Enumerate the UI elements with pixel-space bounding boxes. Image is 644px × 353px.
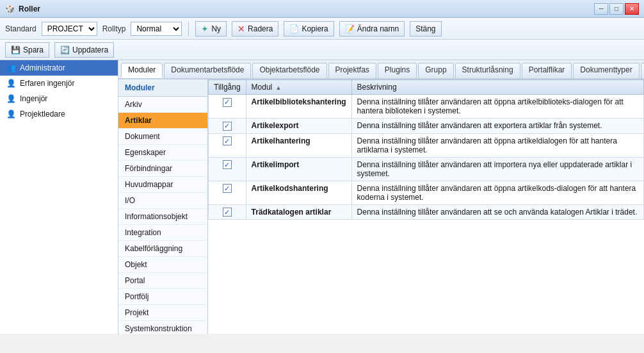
users-icon-ingenjor: 👤 xyxy=(6,94,16,103)
refresh-icon: 🔄 xyxy=(60,45,70,54)
table-row: Artikelbibliotekshantering Denna inställ… xyxy=(209,95,644,119)
module-name-cell-1: Artikelexport xyxy=(246,119,351,134)
module-name-cell-0: Artikelbibliotekshantering xyxy=(246,95,351,119)
module-desc-cell-3: Denna inställning tillåter användaren at… xyxy=(351,157,643,181)
checkbox-3[interactable] xyxy=(223,160,232,169)
title-bar: 🎲 Roller ─ □ ✕ xyxy=(0,0,644,18)
minimize-button[interactable]: ─ xyxy=(594,3,608,15)
tab-strukturlasning[interactable]: Strukturlåsning xyxy=(455,63,520,78)
toolbar-row2: 💾 Spara 🔄 Uppdatera xyxy=(0,40,644,60)
checkbox-4[interactable] xyxy=(223,184,232,193)
checkbox-cell-5[interactable] xyxy=(209,204,246,220)
rolltyp-select[interactable]: Normal xyxy=(131,22,182,36)
module-table-container: Tillgång Modul ▲ Beskrivning xyxy=(208,79,644,334)
table-row: Artikelexport Denna inställning tillåter… xyxy=(209,119,644,134)
separator1 xyxy=(188,22,189,36)
maximize-button[interactable]: □ xyxy=(609,3,624,15)
main-layout: 👥 Administrator 👤 Erfaren ingenjör 👤 Ing… xyxy=(0,60,644,334)
delete-icon: ✕ xyxy=(237,24,245,34)
standard-label: Standard xyxy=(5,24,36,33)
module-list-item-objekt[interactable]: Objekt xyxy=(118,257,207,273)
checkbox-cell-1[interactable] xyxy=(209,119,246,134)
rolltyp-label: Rolltyp xyxy=(102,24,126,33)
tab-plugins[interactable]: Plugins xyxy=(378,63,417,78)
radera-button[interactable]: ✕ Radera xyxy=(232,21,278,37)
standard-select[interactable]: PROJECT xyxy=(42,22,97,36)
checkbox-2[interactable] xyxy=(223,136,232,145)
module-list-header: Moduler xyxy=(118,79,207,97)
module-table: Tillgång Modul ▲ Beskrivning xyxy=(208,79,644,220)
save-icon: 💾 xyxy=(11,45,20,54)
sidebar-item-erfaren[interactable]: 👤 Erfaren ingenjör xyxy=(0,76,118,91)
module-desc-cell-1: Denna inställning tillåter användaren at… xyxy=(351,119,643,134)
checkbox-1[interactable] xyxy=(223,122,232,131)
module-name-cell-4: Artikelkodshantering xyxy=(246,181,351,204)
rename-icon: 📝 xyxy=(345,24,355,33)
sidebar-item-administrator[interactable]: 👥 Administrator xyxy=(0,60,118,76)
tab-moduler[interactable]: Moduler xyxy=(121,63,163,78)
module-list-item-artiklar[interactable]: Artiklar xyxy=(118,113,207,129)
tab-portalflikar[interactable]: Portalflikar xyxy=(522,63,572,78)
module-list-item-dokument[interactable]: Dokument xyxy=(118,129,207,145)
checkbox-5[interactable] xyxy=(223,208,232,217)
module-list-item-egenskaper[interactable]: Egenskaper xyxy=(118,145,207,161)
tab-grupp[interactable]: Grupp xyxy=(418,63,453,78)
new-icon: ✦ xyxy=(201,24,209,34)
module-list-item-portfolio[interactable]: Portfölj xyxy=(118,289,207,305)
stang-button[interactable]: Stäng xyxy=(410,21,441,37)
andra-namn-button[interactable]: 📝 Ändra namn xyxy=(339,21,405,37)
module-list-item-kabelforlaggning[interactable]: Kabelförläggning xyxy=(118,241,207,257)
tab-objektarbetsflode[interactable]: Objektarbetsflöde xyxy=(252,63,326,78)
module-name-cell-2: Artikelhantering xyxy=(246,133,351,157)
module-list-item-systemkonstruktion[interactable]: Systemkonstruktion xyxy=(118,321,207,334)
tabs-bar: Moduler Dokumentarbetsflöde Objektarbets… xyxy=(118,60,644,79)
roller-icon: 🎲 xyxy=(5,4,15,13)
spara-button[interactable]: 💾 Spara xyxy=(5,42,49,58)
module-name-cell-3: Artikelimport xyxy=(246,157,351,181)
tab-projektfas[interactable]: Projektfas xyxy=(328,63,376,78)
module-list-item-huvudmappar[interactable]: Huvudmappar xyxy=(118,177,207,193)
sidebar-item-ingenjor[interactable]: 👤 Ingenjör xyxy=(0,91,118,106)
module-list-item-forbindningar[interactable]: Förbindningar xyxy=(118,161,207,177)
content-area: Moduler Dokumentarbetsflöde Objektarbets… xyxy=(118,60,644,334)
checkbox-cell-2[interactable] xyxy=(209,133,246,157)
close-window-button[interactable]: ✕ xyxy=(625,3,639,15)
table-row: Artikelkodshantering Denna inställning t… xyxy=(209,181,644,204)
module-desc-cell-2: Denna inställning tillåter användaren at… xyxy=(351,133,643,157)
tab-anvandare[interactable]: Användare xyxy=(641,63,644,78)
checkbox-0[interactable] xyxy=(223,98,232,107)
module-list-item-portal[interactable]: Portal xyxy=(118,273,207,289)
table-row: Artikelimport Denna inställning tillåter… xyxy=(209,157,644,181)
header-access: Tillgång xyxy=(209,80,246,95)
module-desc-cell-5: Denna inställning tillåter användaren at… xyxy=(351,204,643,220)
module-list-item-informationsobjekt[interactable]: Informationsobjekt xyxy=(118,209,207,225)
tab-dokumenttyper[interactable]: Dokumenttyper xyxy=(573,63,639,78)
table-row: Artikelhantering Denna inställning tillå… xyxy=(209,133,644,157)
module-list-item-arkiv[interactable]: Arkiv xyxy=(118,97,207,113)
title-bar-left: 🎲 Roller xyxy=(5,4,40,13)
uppdatera-button[interactable]: 🔄 Uppdatera xyxy=(54,42,114,58)
toolbar-row1: Standard PROJECT Rolltyp Normal ✦ Ny ✕ R… xyxy=(0,18,644,40)
checkbox-cell-0[interactable] xyxy=(209,95,246,119)
module-list-item-io[interactable]: I/O xyxy=(118,193,207,209)
users-icon-projektledare: 👤 xyxy=(6,110,16,119)
header-module[interactable]: Modul ▲ xyxy=(246,80,351,95)
module-list-item-projekt[interactable]: Projekt xyxy=(118,305,207,321)
sidebar-item-projektledare[interactable]: 👤 Projektledare xyxy=(0,106,118,122)
checkbox-cell-4[interactable] xyxy=(209,181,246,204)
module-desc-cell-4: Denna inställning tillåter användaren at… xyxy=(351,181,643,204)
checkbox-cell-3[interactable] xyxy=(209,157,246,181)
copy-icon: 📄 xyxy=(289,24,299,33)
sidebar: 👥 Administrator 👤 Erfaren ingenjör 👤 Ing… xyxy=(0,60,118,334)
module-list: Moduler Arkiv Artiklar Dokument Egenskap… xyxy=(118,79,208,334)
kopiera-button[interactable]: 📄 Kopiera xyxy=(284,21,334,37)
users-icon-erfaren: 👤 xyxy=(6,79,16,88)
title-bar-controls: ─ □ ✕ xyxy=(594,3,639,15)
tab-dokumentarbetsflode[interactable]: Dokumentarbetsflöde xyxy=(164,63,251,78)
ny-button[interactable]: ✦ Ny xyxy=(195,21,227,37)
content-inner: Moduler Arkiv Artiklar Dokument Egenskap… xyxy=(118,79,644,334)
module-name-cell-5: Trädkatalogen artiklar xyxy=(246,204,351,220)
module-desc-cell-0: Denna inställning tillåter användaren at… xyxy=(351,95,643,119)
module-list-item-integration[interactable]: Integration xyxy=(118,225,207,241)
users-icon-administrator: 👥 xyxy=(6,63,16,72)
